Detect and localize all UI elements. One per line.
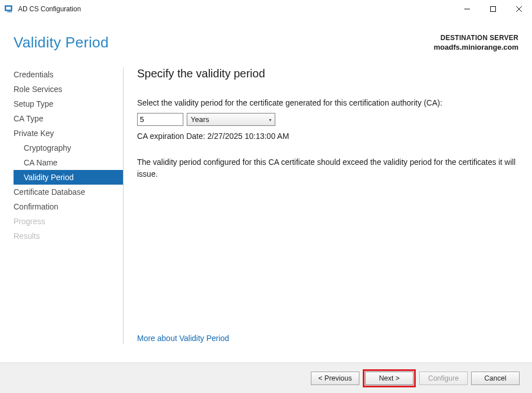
previous-button[interactable]: < Previous [311, 372, 359, 385]
destination-server-block: DESTINATION SERVER moadfs.miniorange.com [434, 34, 518, 51]
minimize-button[interactable] [454, 0, 480, 18]
expiration-label: CA expiration Date: 2/27/2025 10:13:00 A… [137, 132, 518, 141]
maximize-button[interactable] [480, 0, 506, 18]
window-title: AD CS Configuration [18, 5, 454, 13]
svg-rect-1 [6, 7, 11, 10]
sidebar-item-confirmation[interactable]: Confirmation [14, 199, 123, 214]
svg-rect-4 [491, 7, 496, 12]
sidebar-item-progress: Progress [14, 214, 123, 229]
chevron-down-icon: ▾ [269, 117, 271, 122]
wizard-footer: < Previous Next > Configure Cancel [0, 363, 532, 393]
cancel-button[interactable]: Cancel [471, 372, 520, 385]
more-about-link[interactable]: More about Validity Period [137, 334, 518, 344]
validity-note: The validity period configured for this … [137, 156, 518, 180]
validity-unit-select[interactable]: Years ▾ [187, 113, 275, 126]
title-bar: AD CS Configuration [0, 0, 532, 18]
app-icon [5, 5, 14, 14]
svg-rect-2 [7, 11, 12, 12]
sidebar-item-role-services[interactable]: Role Services [14, 82, 123, 97]
instruction-text: Select the validity period for the certi… [137, 98, 518, 107]
main-area: Credentials Role Services Setup Type CA … [0, 67, 532, 344]
vertical-divider [123, 67, 124, 344]
sidebar-item-results: Results [14, 229, 123, 243]
sidebar-item-private-key[interactable]: Private Key [14, 126, 123, 141]
sidebar-item-ca-name[interactable]: CA Name [14, 155, 123, 170]
close-button[interactable] [506, 0, 532, 18]
header: Validity Period DESTINATION SERVER moadf… [0, 18, 532, 67]
sidebar-item-credentials[interactable]: Credentials [14, 67, 123, 82]
sidebar-item-cryptography[interactable]: Cryptography [14, 141, 123, 155]
content-title: Specify the validity period [137, 67, 518, 80]
next-button[interactable]: Next > [365, 372, 414, 385]
next-button-highlight: Next > [363, 369, 416, 387]
configure-button: Configure [419, 372, 468, 385]
sidebar-item-validity-period[interactable]: Validity Period [14, 170, 123, 185]
page-title: Validity Period [14, 34, 109, 51]
sidebar-item-setup-type[interactable]: Setup Type [14, 97, 123, 111]
destination-label: DESTINATION SERVER [434, 34, 518, 42]
validity-unit-value: Years [191, 115, 209, 124]
wizard-sidebar: Credentials Role Services Setup Type CA … [14, 67, 123, 344]
sidebar-item-certificate-database[interactable]: Certificate Database [14, 185, 123, 199]
content-pane: Specify the validity period Select the v… [137, 67, 518, 344]
validity-value-input[interactable] [137, 113, 183, 126]
destination-server: moadfs.miniorange.com [434, 43, 518, 51]
sidebar-item-ca-type[interactable]: CA Type [14, 111, 123, 126]
